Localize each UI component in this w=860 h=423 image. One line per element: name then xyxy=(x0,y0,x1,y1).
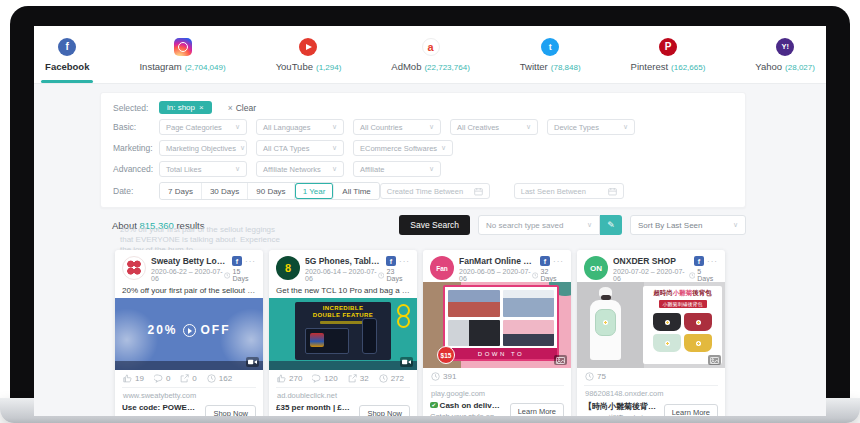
tab-admob[interactable]: a AdMob(22,723,764) xyxy=(379,26,481,83)
share-icon xyxy=(180,374,189,383)
card-footer: £35 per month | £30 upfront | ... Annual… xyxy=(269,401,417,416)
saved-search-dropdown[interactable]: No search type saved ∨ xyxy=(478,215,600,235)
clock-icon xyxy=(379,374,388,383)
edit-saved-search-button[interactable]: ✎ xyxy=(600,215,622,235)
ad-description: 20% off your first pair of the sellout l… xyxy=(115,282,263,298)
select-affiliate[interactable]: Affiliate∨ xyxy=(353,161,441,177)
tab-count: (22,723,764) xyxy=(424,63,469,72)
saved-search-group: No search type saved ∨ ✎ xyxy=(478,215,622,235)
chevron-down-icon: ∨ xyxy=(587,221,592,229)
image-type-icon xyxy=(708,355,721,365)
cta-shop-now-button[interactable]: Shop Now xyxy=(205,405,256,417)
select-all-countries[interactable]: All Countries∨ xyxy=(353,119,441,135)
duration-stat: 75 xyxy=(585,372,606,381)
ad-landing-domain[interactable]: ad.doubleclick.net xyxy=(276,387,410,401)
tab-twitter[interactable]: t Twitter(78,848) xyxy=(508,26,593,83)
tab-label: Twitter xyxy=(520,61,548,72)
facebook-icon: f xyxy=(58,38,76,56)
youtube-icon xyxy=(299,38,317,56)
tab-label: Pinterest xyxy=(631,61,669,72)
ad-stats-row: 75 xyxy=(577,368,725,384)
pinterest-icon: P xyxy=(659,38,677,56)
ad-date-range: 2020-06-14 – 2020-07-06 xyxy=(305,268,378,282)
clock-icon xyxy=(207,374,216,383)
ad-creative-image[interactable]: 超時尚小雛菊後背包 小雛菊刺繡後背包 xyxy=(577,282,725,368)
share-stat: 32 xyxy=(348,374,369,383)
chip-remove-icon[interactable]: × xyxy=(199,103,204,112)
date-option-all-time[interactable]: All Time xyxy=(334,183,378,199)
tab-youtube[interactable]: YouTube(1,294) xyxy=(264,26,354,83)
ad-headline: Use code: POWER20 xyxy=(122,403,199,412)
select-ecommerce-softwares[interactable]: ECommerce Softwares∨ xyxy=(353,140,453,156)
card-footer: ✔Cash on delivery ✔Days fr... Catch your… xyxy=(423,399,571,416)
ad-landing-domain[interactable]: 986208148.onxder.com xyxy=(584,385,718,399)
ad-duration: 23 Days xyxy=(386,268,410,282)
select-page-categories[interactable]: Page Categories∨ xyxy=(159,119,247,135)
tab-yahoo[interactable]: Y! Yahoo(28,027) xyxy=(743,26,826,83)
more-menu-icon[interactable]: ··· xyxy=(553,257,564,266)
clear-filters-button[interactable]: × Clear xyxy=(228,103,256,113)
sort-dropdown[interactable]: Sort By Last Seen ∨ xyxy=(630,215,746,235)
tab-pinterest[interactable]: P Pinterest(162,665) xyxy=(619,26,718,83)
product-photo xyxy=(503,290,555,317)
play-icon[interactable] xyxy=(183,324,196,337)
chevron-down-icon: ∨ xyxy=(429,165,434,173)
advertiser-name[interactable]: FanMart Online Shopping - F... xyxy=(459,256,537,266)
select-device-types[interactable]: Device Types∨ xyxy=(547,119,635,135)
more-menu-icon[interactable]: ··· xyxy=(399,257,410,266)
advanced-filter-row: Advanced: Total Likes∨ Affiliate Network… xyxy=(113,161,733,177)
date-label: Date: xyxy=(113,186,159,196)
tab-facebook[interactable]: f Facebook xyxy=(34,26,101,83)
card-header: 8 5G Phones, Tablets & SIMs | ... f ··· … xyxy=(269,250,417,282)
marketing-label: Marketing: xyxy=(113,143,159,153)
tab-label: AdMob xyxy=(391,61,421,72)
video-progress-strip xyxy=(269,361,417,370)
selected-chip-in-shop[interactable]: in: shop × xyxy=(159,101,212,114)
date-option-90-days[interactable]: 90 Days xyxy=(248,183,294,199)
date-option-1-year[interactable]: 1 Year xyxy=(295,183,335,199)
created-time-between-input[interactable]: Created Time Between xyxy=(380,183,490,199)
laptop-mockup: f Facebook Instagram(2,704,049) YouTube(… xyxy=(0,0,860,423)
cta-learn-more-button[interactable]: Learn More xyxy=(664,404,718,416)
ad-date-range: 2020-07-02 – 2020-07-06 xyxy=(613,268,689,282)
advertiser-name[interactable]: 5G Phones, Tablets & SIMs | ... xyxy=(305,256,383,266)
more-menu-icon[interactable]: ··· xyxy=(245,257,256,266)
tab-instagram[interactable]: Instagram(2,704,049) xyxy=(127,26,237,83)
select-affiliate-networks[interactable]: Affiliate Networks∨ xyxy=(256,161,344,177)
chevron-down-icon: ∨ xyxy=(235,123,240,131)
advertiser-name[interactable]: ONXDER SHOP xyxy=(613,256,691,266)
card-footer: Use code: POWER20 Shop Now Shop Now xyxy=(115,401,263,416)
comment-icon xyxy=(154,374,163,383)
selected-filter-row: Selected: in: shop × × Clear xyxy=(113,101,733,114)
cta-shop-now-button[interactable]: Shop Now xyxy=(359,405,410,417)
ad-landing-domain[interactable]: www.sweatybetty.com xyxy=(122,387,256,401)
ad-caption: Catch your style on FanMart! xyxy=(430,412,504,416)
select-all-creatives[interactable]: All Creatives∨ xyxy=(450,119,538,135)
select-total-likes[interactable]: Total Likes∨ xyxy=(159,161,247,177)
ad-creative-video[interactable]: 20% OFF xyxy=(115,298,263,370)
phone-graphic xyxy=(362,318,377,354)
app-screen: f Facebook Instagram(2,704,049) YouTube(… xyxy=(34,26,826,416)
chevron-down-icon: ∨ xyxy=(526,123,531,131)
more-menu-icon[interactable]: ··· xyxy=(707,257,718,266)
save-search-button[interactable]: Save Search xyxy=(399,215,470,235)
clock-icon xyxy=(224,272,230,279)
last-seen-between-input[interactable]: Last Seen Between xyxy=(514,183,624,199)
select-all-languages[interactable]: All Languages∨ xyxy=(256,119,344,135)
ad-landing-domain[interactable]: play.google.com xyxy=(430,385,564,399)
ad-creative-image[interactable]: DOWN TO $15 xyxy=(423,282,571,368)
ad-creative-video[interactable]: INCREDIBLE DOUBLE FEATURE xyxy=(269,298,417,370)
product-photo xyxy=(653,334,681,352)
product-photo xyxy=(448,290,500,317)
advertiser-name[interactable]: Sweaty Betty London | Wom... xyxy=(151,256,229,266)
date-option-30-days[interactable]: 30 Days xyxy=(202,183,248,199)
date-option-7-days[interactable]: 7 Days xyxy=(160,183,202,199)
select-cta-types[interactable]: All CTA Types∨ xyxy=(256,140,344,156)
active-tab-underline xyxy=(41,80,93,83)
clock-icon xyxy=(689,272,696,279)
basic-label: Basic: xyxy=(113,122,159,132)
select-marketing-objectives[interactable]: Marketing Objectives∨ xyxy=(159,140,247,156)
like-stat: 19 xyxy=(123,374,144,383)
product-grid xyxy=(647,313,718,352)
cta-learn-more-button[interactable]: Learn More xyxy=(510,403,564,417)
